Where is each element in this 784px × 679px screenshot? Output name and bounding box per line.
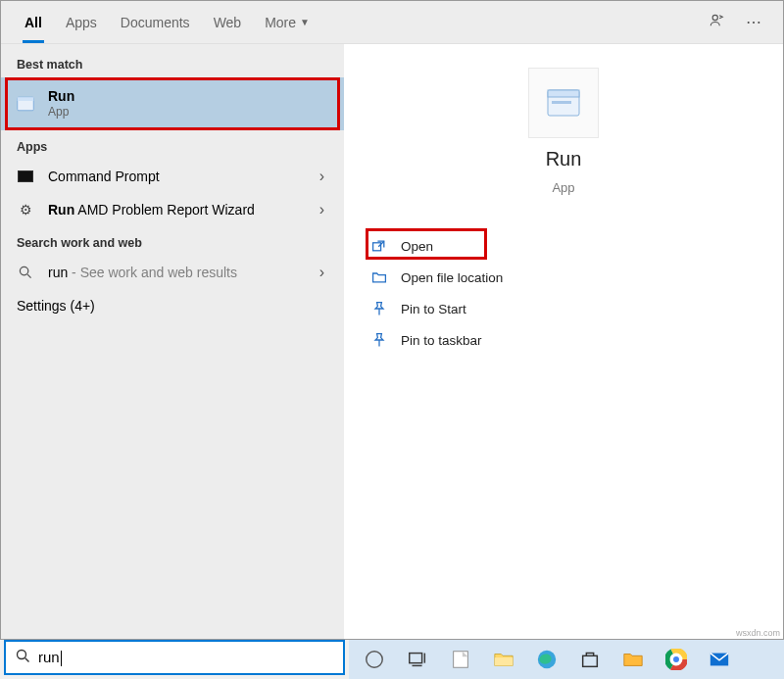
taskbar-libreoffice-icon[interactable]	[441, 640, 480, 679]
preview-app-icon	[528, 68, 599, 138]
svg-rect-2	[18, 97, 34, 101]
search-query: run	[38, 649, 333, 666]
result-amd-wizard[interactable]: ⚙ Run AMD Problem Report Wizard ›	[1, 193, 344, 226]
open-icon	[371, 238, 387, 254]
run-icon	[17, 95, 34, 113]
result-settings[interactable]: Settings (4+)	[1, 289, 344, 322]
action-open[interactable]: Open	[362, 230, 765, 262]
result-run[interactable]: Run App	[1, 77, 344, 130]
svg-rect-18	[495, 657, 513, 665]
taskbar-folder-icon[interactable]	[613, 640, 653, 679]
pin-icon	[371, 332, 387, 348]
section-work-web: Search work and web	[1, 226, 344, 256]
pin-icon	[371, 301, 387, 316]
preview-subtitle: App	[552, 180, 574, 195]
section-best-match: Best match	[1, 48, 344, 77]
section-apps: Apps	[1, 130, 344, 160]
svg-rect-7	[552, 101, 571, 104]
result-command-prompt[interactable]: Command Prompt ›	[1, 160, 344, 193]
svg-point-0	[712, 15, 717, 20]
tab-apps[interactable]: Apps	[54, 1, 109, 43]
taskbar-store-icon[interactable]	[570, 640, 610, 679]
taskbar-edge-icon[interactable]	[527, 640, 566, 679]
result-title: Run	[48, 87, 328, 105]
result-title: Command Prompt	[48, 168, 316, 185]
search-input[interactable]: run	[4, 640, 345, 675]
taskbar-taskview-icon[interactable]	[398, 640, 437, 679]
search-icon	[16, 649, 30, 667]
terminal-icon	[17, 168, 34, 185]
chevron-down-icon: ▼	[300, 17, 310, 27]
tab-more[interactable]: More▼	[253, 1, 321, 43]
svg-line-12	[25, 657, 29, 661]
results-list: Best match Run App Apps Command Prompt ›…	[1, 44, 344, 639]
feedback-icon[interactable]	[699, 12, 736, 33]
action-pin-to-start[interactable]: Pin to Start	[362, 293, 765, 324]
result-preview: Run App Open Open file location Pin to S…	[344, 44, 783, 639]
taskbar-mail-icon[interactable]	[700, 640, 739, 679]
svg-point-11	[18, 650, 26, 658]
svg-rect-6	[548, 90, 579, 97]
windows-search-panel: All Apps Documents Web More▼ ⋯ Best matc…	[0, 0, 784, 640]
result-title: run - See work and web results	[48, 264, 316, 281]
taskbar-explorer-icon[interactable]	[484, 640, 523, 679]
tab-all[interactable]: All	[13, 1, 54, 43]
svg-line-4	[27, 274, 31, 278]
svg-point-3	[20, 267, 27, 275]
filter-tabs: All Apps Documents Web More▼ ⋯	[1, 1, 783, 44]
search-icon	[17, 264, 34, 281]
svg-rect-17	[454, 652, 468, 668]
watermark: wsxdn.com	[736, 628, 780, 638]
svg-rect-14	[410, 654, 422, 663]
gear-icon: ⚙	[17, 201, 34, 218]
chevron-right-icon[interactable]: ›	[316, 168, 328, 185]
chevron-right-icon[interactable]: ›	[316, 201, 328, 218]
tab-documents[interactable]: Documents	[109, 1, 202, 43]
action-pin-to-taskbar[interactable]: Pin to taskbar	[362, 324, 765, 356]
svg-rect-8	[373, 243, 381, 251]
result-title: Settings (4+)	[17, 297, 328, 315]
taskbar-chrome-icon[interactable]	[657, 640, 696, 679]
taskbar	[349, 640, 784, 679]
result-subtitle: App	[48, 105, 328, 121]
more-options-icon[interactable]: ⋯	[736, 13, 771, 31]
svg-point-25	[672, 655, 679, 662]
taskbar-cortana-icon[interactable]	[355, 640, 394, 679]
tab-web[interactable]: Web	[202, 1, 254, 43]
folder-icon	[371, 269, 387, 285]
svg-rect-20	[583, 655, 598, 666]
action-open-file-location[interactable]: Open file location	[362, 262, 765, 293]
chevron-right-icon[interactable]: ›	[316, 264, 328, 281]
svg-point-13	[367, 652, 383, 668]
result-title: Run AMD Problem Report Wizard	[48, 201, 316, 218]
preview-title: Run	[546, 148, 582, 170]
result-web-run[interactable]: run - See work and web results ›	[1, 256, 344, 289]
